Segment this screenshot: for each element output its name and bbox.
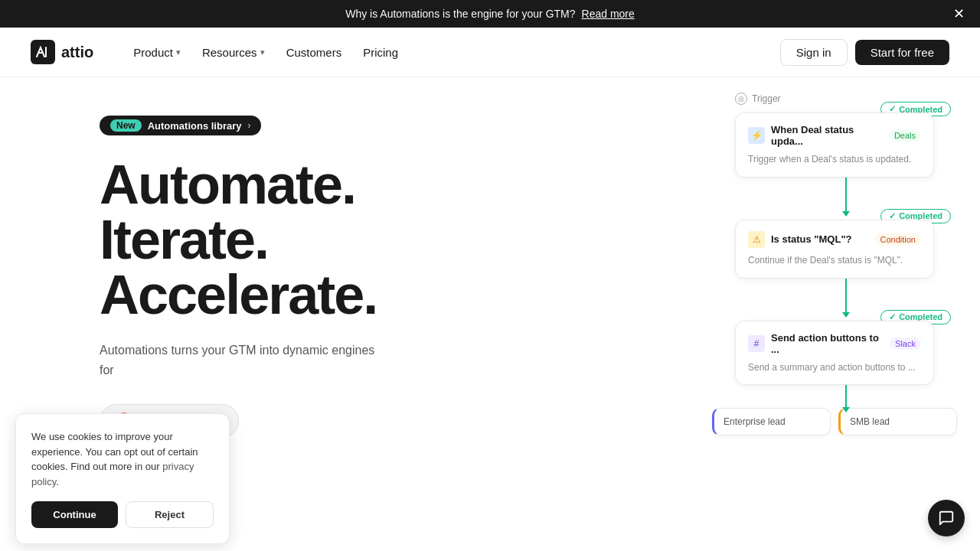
cookie-reject-button[interactable]: Reject: [126, 501, 214, 528]
start-free-button[interactable]: Start for free: [855, 40, 949, 65]
slack-node[interactable]: # Send action buttons to ... Slack Send …: [735, 321, 934, 386]
branch-nodes: Enterprise lead SMB lead: [712, 408, 957, 435]
nav-links: Product ▾ Resources ▾ Customers Pricing: [124, 40, 780, 65]
condition-icon: ⚠: [748, 231, 765, 248]
hero-title-line3: Accelerate.: [100, 264, 377, 325]
trigger-node[interactable]: ⚡ When Deal status upda... Deals Trigger…: [735, 112, 934, 178]
cookie-text: We use cookies to improve your experienc…: [31, 429, 214, 489]
nav-resources[interactable]: Resources ▾: [193, 40, 274, 65]
badge-chevron-icon: ›: [247, 120, 250, 131]
signin-button[interactable]: Sign in: [780, 39, 848, 66]
right-panel: ◎ Trigger ✓ Completed ⚡ When Deal status…: [582, 77, 980, 551]
main-content: New Automations library › Automate. Iter…: [0, 77, 980, 551]
branch-enterprise: Enterprise lead: [712, 408, 831, 435]
trigger-icon: ◎: [735, 93, 747, 105]
hero-title-line1: Automate.: [100, 154, 355, 215]
nav-customers[interactable]: Customers: [277, 40, 351, 65]
connector-1: [845, 178, 847, 212]
nav-pricing[interactable]: Pricing: [354, 40, 407, 65]
product-chevron-icon: ▾: [176, 47, 181, 57]
badge-new-label: New: [110, 119, 142, 132]
workflow-diagram: ◎ Trigger ✓ Completed ⚡ When Deal status…: [735, 93, 957, 435]
hero-subtitle: Automations turns your GTM into dynamic …: [100, 341, 390, 380]
top-banner: Why is Automations is the engine for you…: [0, 0, 980, 28]
banner-close-button[interactable]: ✕: [953, 5, 965, 22]
attio-logo-icon: [31, 40, 55, 64]
workflow-node-3: ✓ Completed # Send action buttons to ...…: [735, 321, 957, 386]
hero-title: Automate. Iterate. Accelerate.: [100, 157, 582, 322]
new-badge[interactable]: New Automations library ›: [100, 116, 261, 135]
condition-node[interactable]: ⚠ Is status "MQL"? Condition Continue if…: [735, 220, 934, 279]
logo[interactable]: attio: [31, 40, 93, 64]
cookie-buttons: Continue Reject: [31, 501, 214, 528]
nav-actions: Sign in Start for free: [780, 39, 949, 66]
navbar: attio Product ▾ Resources ▾ Customers Pr…: [0, 28, 980, 77]
logo-text: attio: [61, 44, 93, 61]
slack-icon: #: [748, 335, 765, 352]
cookie-banner: We use cookies to improve your experienc…: [15, 413, 230, 544]
cookie-continue-button[interactable]: Continue: [31, 501, 118, 528]
resources-chevron-icon: ▾: [260, 47, 265, 57]
chat-icon: [938, 510, 955, 527]
connector-3: [845, 385, 847, 408]
workflow-node-2: ✓ Completed ⚠ Is status "MQL"? Condition…: [735, 220, 957, 279]
connector-2: [845, 279, 847, 313]
nav-product[interactable]: Product ▾: [124, 40, 190, 65]
chat-widget-button[interactable]: [928, 500, 965, 536]
workflow-node-1: ✓ Completed ⚡ When Deal status upda... D…: [735, 112, 957, 178]
badge-text: Automations library: [148, 120, 242, 132]
deal-icon: ⚡: [748, 127, 765, 144]
hero-title-line2: Iterate.: [100, 209, 268, 270]
banner-link[interactable]: Read more: [582, 8, 635, 20]
branch-smb: SMB lead: [838, 408, 957, 435]
banner-text: Why is Automations is the engine for you…: [345, 8, 575, 20]
